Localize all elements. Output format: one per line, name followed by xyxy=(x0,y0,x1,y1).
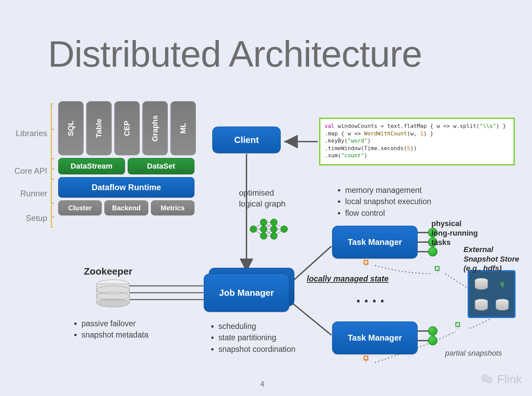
zookeeper-label: Zookeeper xyxy=(84,266,132,277)
code-snippet: val windowCounts = text.flatMap { w => w… xyxy=(319,118,515,166)
svg-point-32 xyxy=(281,226,288,233)
job-manager-node: Job Manager xyxy=(204,274,289,312)
job-manager-bullets: scheduling state partitioning snapshot c… xyxy=(209,321,295,355)
code-kw: val xyxy=(325,123,334,129)
db-icon xyxy=(475,278,488,290)
api-datastream: DataStream xyxy=(58,158,125,174)
db-icon xyxy=(475,299,488,311)
svg-point-29 xyxy=(270,219,277,226)
task-manager-node-1: Task Manager xyxy=(332,226,418,259)
client-node: Client xyxy=(212,127,281,153)
label-core-api: Core API xyxy=(14,166,47,176)
svg-point-27 xyxy=(260,226,267,233)
svg-line-18 xyxy=(264,222,274,229)
lib-graphs: Graphs xyxy=(142,101,168,155)
label-libraries: Libraries xyxy=(16,129,47,138)
task-manager-bullets: memory management local snapshot executi… xyxy=(335,185,431,219)
zookeeper-bullets: passive failover snapshot metadata xyxy=(72,318,149,341)
watermark-text: Flink xyxy=(497,372,522,386)
svg-point-37 xyxy=(97,292,129,300)
page-title: Distributed Architecture xyxy=(48,32,422,75)
task-dot xyxy=(428,326,438,336)
partial-snapshot-db-2 xyxy=(455,322,460,328)
svg-point-36 xyxy=(97,286,129,294)
svg-point-28 xyxy=(260,233,267,239)
svg-line-6 xyxy=(290,301,331,335)
watermark: Flink xyxy=(480,372,522,386)
svg-line-22 xyxy=(274,222,284,229)
list-item: memory management xyxy=(345,185,431,196)
svg-line-12 xyxy=(253,222,264,229)
libraries-row: SQL Table CEP Graphs ML xyxy=(58,101,196,155)
page-number: 4 xyxy=(260,380,264,388)
label-runner: Runner xyxy=(20,189,47,198)
list-item: snapshot metadata xyxy=(81,329,149,341)
core-api-row: DataStream DataSet xyxy=(58,158,194,174)
locally-managed-state-label: locally managed state xyxy=(307,274,389,284)
svg-point-43 xyxy=(490,379,491,380)
lib-sql: SQL xyxy=(58,101,84,155)
list-item: snapshot coordination xyxy=(218,344,295,355)
list-item: scheduling xyxy=(218,321,295,332)
api-dataset: DataSet xyxy=(128,158,194,174)
svg-line-14 xyxy=(253,229,264,236)
local-state-db-1 xyxy=(364,260,368,266)
lib-table: Table xyxy=(86,101,112,155)
lib-ml: ML xyxy=(170,101,196,155)
svg-point-33 xyxy=(97,280,129,288)
svg-line-21 xyxy=(264,229,274,236)
task-manager-node-2: Task Manager xyxy=(332,321,418,354)
svg-point-42 xyxy=(487,379,489,380)
svg-rect-34 xyxy=(97,284,129,303)
partial-snapshots-label: partial snapshots xyxy=(445,349,502,358)
svg-line-19 xyxy=(264,222,274,229)
wechat-icon xyxy=(480,372,494,386)
ellipsis-icon: .... xyxy=(356,287,388,306)
setup-metrics: Metrics xyxy=(151,200,194,215)
list-item: passive failover xyxy=(81,318,149,329)
list-item: flow control xyxy=(345,208,431,219)
list-item: local snapshot execution xyxy=(345,196,431,207)
svg-point-26 xyxy=(260,219,267,226)
task-dot xyxy=(428,247,438,256)
setup-backend: Backend xyxy=(104,200,148,215)
svg-line-20 xyxy=(264,229,274,236)
external-snapshot-store xyxy=(468,270,516,318)
optimised-graph-label: optimisedlogical graph xyxy=(239,187,286,210)
label-setup: Setup xyxy=(26,213,47,223)
api-stack: SQL Table CEP Graphs ML DataStream DataS… xyxy=(58,101,196,215)
svg-point-40 xyxy=(483,377,484,378)
local-state-db-2 xyxy=(364,356,368,362)
setup-cluster: Cluster xyxy=(58,200,102,215)
svg-point-31 xyxy=(270,233,277,239)
partial-snapshot-db-1 xyxy=(435,266,440,272)
svg-point-39 xyxy=(486,377,493,384)
task-dot xyxy=(428,336,438,345)
svg-line-24 xyxy=(274,229,284,236)
db-icon xyxy=(496,299,509,311)
svg-point-30 xyxy=(270,226,277,233)
physical-tasks-label: physical long-running tasks xyxy=(431,219,478,247)
setup-row: Cluster Backend Metrics xyxy=(58,200,194,215)
svg-point-35 xyxy=(97,299,129,307)
lib-cep: CEP xyxy=(114,101,140,155)
svg-point-41 xyxy=(486,377,487,378)
svg-point-25 xyxy=(250,226,257,233)
list-item: state partitioning xyxy=(218,332,295,343)
external-store-label: External Snapshot Store (e.g., hdfs) xyxy=(464,245,519,273)
runner-box: Dataflow Runtime xyxy=(58,177,194,198)
